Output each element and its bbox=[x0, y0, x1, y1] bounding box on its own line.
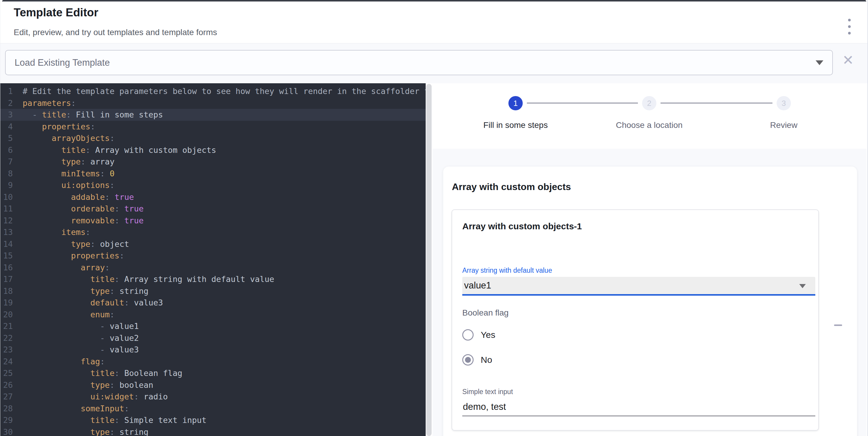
code-text: - title: Fill in some steps bbox=[13, 109, 163, 121]
code-text: minItems: 0 bbox=[13, 168, 115, 180]
select-caret-icon bbox=[799, 284, 806, 288]
array-item-card: Array with custom objects-1 Array string… bbox=[452, 209, 819, 431]
code-line[interactable]: 3 - title: Fill in some steps bbox=[0, 109, 426, 121]
radio-option-label: No bbox=[481, 355, 492, 365]
simple-text-input[interactable]: demo, test bbox=[462, 399, 815, 416]
code-line[interactable]: 24 flag: bbox=[0, 356, 426, 368]
line-number: 22 bbox=[0, 332, 13, 344]
code-text: title: Boolean flag bbox=[13, 367, 182, 379]
code-line[interactable]: 4 properties: bbox=[0, 121, 426, 133]
step-circle-3[interactable]: 3 bbox=[777, 96, 791, 110]
step-connector bbox=[527, 103, 638, 103]
line-number: 18 bbox=[0, 285, 13, 297]
code-text: items: bbox=[13, 226, 91, 238]
code-text: type: array bbox=[13, 156, 115, 168]
code-line[interactable]: 5 arrayObjects: bbox=[0, 132, 426, 144]
code-line[interactable]: 30 type: string bbox=[0, 426, 426, 436]
step-label-2[interactable]: Choose a location bbox=[596, 121, 703, 130]
radio-option-label: Yes bbox=[481, 330, 495, 340]
line-number: 21 bbox=[0, 320, 13, 332]
code-text: title: Simple text input bbox=[13, 414, 207, 426]
code-line[interactable]: 29 title: Simple text input bbox=[0, 414, 426, 426]
radio-circle-icon bbox=[462, 354, 473, 366]
code-text: type: object bbox=[13, 238, 129, 250]
step-label-3[interactable]: Review bbox=[730, 121, 837, 130]
code-line[interactable]: 9 ui:options: bbox=[0, 179, 426, 191]
code-text: type: boolean bbox=[13, 379, 153, 391]
code-line[interactable]: 14 type: object bbox=[0, 238, 426, 250]
code-text: parameters: bbox=[13, 97, 76, 109]
step-circle-1[interactable]: 1 bbox=[508, 96, 523, 110]
code-text: arrayObjects: bbox=[13, 132, 115, 144]
code-text: array: bbox=[13, 262, 110, 274]
load-template-row: Load Existing Template ✕ bbox=[0, 43, 867, 83]
array-section-title: Array with custom objects bbox=[452, 181, 571, 193]
line-number: 28 bbox=[0, 403, 13, 414]
kebab-menu-icon[interactable] bbox=[843, 15, 855, 38]
line-number: 25 bbox=[0, 367, 13, 379]
code-text: title: Array with custom objects bbox=[13, 144, 216, 156]
code-line[interactable]: 22 - value2 bbox=[0, 332, 426, 344]
code-line[interactable]: 21 - value1 bbox=[0, 320, 426, 332]
line-number: 5 bbox=[0, 132, 13, 144]
code-line[interactable]: 18 type: string bbox=[0, 285, 426, 297]
array-string-select-value: value1 bbox=[464, 277, 491, 294]
radio-option-no[interactable]: No bbox=[462, 354, 492, 366]
code-line[interactable]: 23 - value3 bbox=[0, 344, 426, 356]
remove-item-button[interactable] bbox=[831, 318, 845, 332]
code-line[interactable]: 13 items: bbox=[0, 226, 426, 238]
code-line[interactable]: 27 ui:widget: radio bbox=[0, 391, 426, 403]
stepper: 1Fill in some steps2Choose a location3Re… bbox=[433, 83, 867, 149]
line-number: 7 bbox=[0, 156, 13, 168]
line-number: 16 bbox=[0, 262, 13, 274]
line-number: 27 bbox=[0, 391, 13, 403]
code-line[interactable]: 28 someInput: bbox=[0, 403, 426, 414]
step-content-zone: Array with custom objects Array with cus… bbox=[433, 149, 867, 436]
line-number: 8 bbox=[0, 168, 13, 180]
step-label-1[interactable]: Fill in some steps bbox=[462, 121, 569, 130]
code-line[interactable]: 20 enum: bbox=[0, 309, 426, 321]
code-line[interactable]: 7 type: array bbox=[0, 156, 426, 168]
line-number: 30 bbox=[0, 426, 13, 436]
code-line[interactable]: 25 title: Boolean flag bbox=[0, 367, 426, 379]
code-line[interactable]: 12 removable: true bbox=[0, 215, 426, 227]
code-line[interactable]: 1# Edit the template parameters below to… bbox=[0, 86, 426, 97]
line-number: 4 bbox=[0, 121, 13, 133]
code-text: flag: bbox=[13, 356, 105, 368]
code-line[interactable]: 6 title: Array with custom objects bbox=[0, 144, 426, 156]
code-text: default: value3 bbox=[13, 297, 163, 309]
code-text: properties: bbox=[13, 250, 124, 262]
code-line[interactable]: 10 addable: true bbox=[0, 191, 426, 203]
resize-handle-pill bbox=[426, 84, 432, 436]
line-number: 13 bbox=[0, 226, 13, 238]
clear-icon[interactable]: ✕ bbox=[841, 53, 855, 67]
code-line[interactable]: 16 array: bbox=[0, 262, 426, 274]
code-text: type: string bbox=[13, 426, 149, 436]
code-line[interactable]: 2parameters: bbox=[0, 97, 426, 109]
code-line[interactable]: 19 default: value3 bbox=[0, 297, 426, 309]
preview-panel: 1Fill in some steps2Choose a location3Re… bbox=[433, 83, 867, 436]
step-circle-2[interactable]: 2 bbox=[642, 96, 656, 110]
code-line[interactable]: 26 type: boolean bbox=[0, 379, 426, 391]
line-number: 17 bbox=[0, 273, 13, 285]
load-existing-template-select[interactable]: Load Existing Template bbox=[5, 50, 833, 75]
panel-resize-handle[interactable] bbox=[426, 83, 433, 436]
page-title: Template Editor bbox=[14, 6, 98, 19]
code-text: # Edit the template parameters below to … bbox=[13, 86, 426, 97]
array-string-select[interactable]: value1 bbox=[462, 277, 815, 296]
radio-option-yes[interactable]: Yes bbox=[462, 329, 495, 341]
code-text: - value3 bbox=[13, 344, 139, 356]
code-editor-lines: 1# Edit the template parameters below to… bbox=[0, 86, 426, 436]
step-connector bbox=[660, 103, 772, 103]
line-number: 9 bbox=[0, 179, 13, 191]
code-line[interactable]: 17 title: Array string with default valu… bbox=[0, 273, 426, 285]
code-text: addable: true bbox=[13, 191, 134, 203]
code-line[interactable]: 11 orderable: true bbox=[0, 203, 426, 215]
code-editor[interactable]: 1# Edit the template parameters below to… bbox=[0, 83, 426, 436]
boolean-flag-label: Boolean flag bbox=[462, 308, 509, 317]
code-text: type: string bbox=[13, 285, 149, 297]
radio-circle-icon bbox=[462, 329, 473, 340]
code-text: ui:widget: radio bbox=[13, 391, 168, 403]
code-line[interactable]: 15 properties: bbox=[0, 250, 426, 262]
code-line[interactable]: 8 minItems: 0 bbox=[0, 168, 426, 180]
